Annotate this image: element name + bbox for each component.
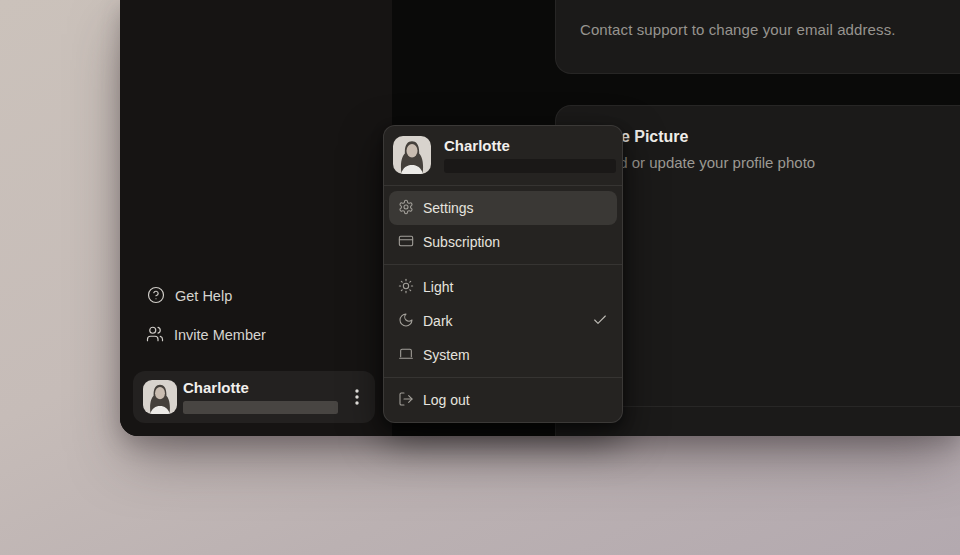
email-card-note: Contact support to change your email add… bbox=[580, 21, 896, 38]
menu-item-theme-system[interactable]: System bbox=[389, 338, 617, 372]
invite-member-label: Invite Member bbox=[174, 327, 266, 343]
menu-item-subscription[interactable]: Subscription bbox=[389, 225, 617, 259]
menu-item-theme-light[interactable]: Light bbox=[389, 270, 617, 304]
redacted-email bbox=[444, 159, 616, 173]
laptop-icon bbox=[398, 346, 414, 365]
email-card: Contact support to change your email add… bbox=[555, 0, 960, 74]
theme-system-label: System bbox=[423, 347, 470, 363]
user-menu-header: Charlotte bbox=[384, 126, 622, 186]
avatar bbox=[143, 380, 177, 414]
redacted-email bbox=[183, 401, 338, 414]
kebab-menu-icon[interactable] bbox=[348, 386, 366, 408]
credit-card-icon bbox=[398, 233, 414, 252]
menu-item-logout[interactable]: Log out bbox=[389, 383, 617, 417]
theme-light-label: Light bbox=[423, 279, 453, 295]
sidebar-user-name: Charlotte bbox=[183, 379, 249, 396]
help-circle-icon bbox=[147, 286, 165, 307]
settings-label: Settings bbox=[423, 200, 474, 216]
subscription-label: Subscription bbox=[423, 234, 500, 250]
sidebar: Get Help Invite Member Charlotte bbox=[120, 0, 392, 436]
invite-member-button[interactable]: Invite Member bbox=[146, 322, 266, 348]
gear-icon bbox=[398, 199, 414, 218]
check-icon bbox=[592, 312, 608, 331]
get-help-label: Get Help bbox=[175, 288, 232, 304]
menu-section-account: Settings Subscription bbox=[384, 186, 622, 264]
sun-icon bbox=[398, 278, 414, 297]
get-help-button[interactable]: Get Help bbox=[147, 283, 232, 309]
menu-item-theme-dark[interactable]: Dark bbox=[389, 304, 617, 338]
avatar bbox=[393, 136, 431, 174]
sidebar-user-card[interactable]: Charlotte bbox=[133, 371, 375, 423]
users-icon bbox=[146, 325, 164, 346]
user-menu: Charlotte Settings Subscription bbox=[383, 125, 623, 423]
theme-dark-label: Dark bbox=[423, 313, 453, 329]
menu-item-settings[interactable]: Settings bbox=[389, 191, 617, 225]
moon-icon bbox=[398, 312, 414, 331]
menu-section-logout: Log out bbox=[384, 377, 622, 422]
desktop-background: Contact support to change your email add… bbox=[0, 0, 960, 555]
log-out-icon bbox=[398, 391, 414, 410]
menu-section-theme: Light Dark System bbox=[384, 264, 622, 377]
menu-user-name: Charlotte bbox=[444, 137, 616, 155]
logout-label: Log out bbox=[423, 392, 470, 408]
